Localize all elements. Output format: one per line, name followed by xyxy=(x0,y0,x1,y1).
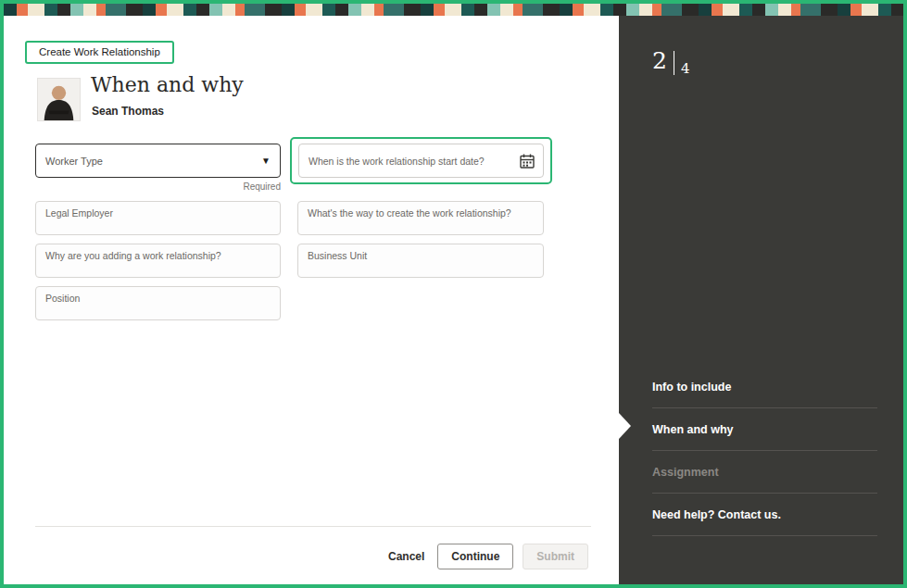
business-unit-field[interactable]: Business Unit xyxy=(297,244,544,278)
page-title: When and why xyxy=(91,73,244,96)
step-nav: Info to include When and why Assignment … xyxy=(652,366,877,536)
avatar xyxy=(37,78,81,121)
step-divider xyxy=(674,51,674,75)
main-content: Create Work Relationship When and why Se… xyxy=(4,16,619,584)
legal-employer-field[interactable]: Legal Employer xyxy=(35,201,281,235)
step-total: 4 xyxy=(681,62,690,76)
progress-sidebar: 2 4 Info to include When and why Assignm… xyxy=(619,16,903,584)
submit-button: Submit xyxy=(523,544,588,569)
decorative-banner xyxy=(4,4,903,16)
start-date-highlight xyxy=(290,137,552,184)
person-photo-icon xyxy=(38,79,80,120)
nav-item-info-to-include[interactable]: Info to include xyxy=(652,366,877,408)
footer-divider xyxy=(35,526,591,527)
current-step-arrow-icon xyxy=(619,413,631,439)
nav-item-when-and-why[interactable]: When and why xyxy=(652,408,877,451)
nav-item-need-help[interactable]: Need help? Contact us. xyxy=(652,494,877,536)
create-work-relationship-window: Create Work Relationship When and why Se… xyxy=(0,0,907,588)
person-name: Sean Thomas xyxy=(92,105,164,118)
worker-type-label: Worker Type xyxy=(45,156,261,167)
cancel-button[interactable]: Cancel xyxy=(384,544,428,569)
start-date-input[interactable] xyxy=(309,156,519,167)
required-note: Required xyxy=(35,181,281,192)
step-current: 2 xyxy=(652,47,667,75)
reason-field[interactable]: Why are you adding a work relationship? xyxy=(35,244,281,278)
start-date-field[interactable] xyxy=(298,144,544,178)
continue-button[interactable]: Continue xyxy=(437,544,513,569)
step-indicator: 2 4 xyxy=(652,47,689,76)
worker-type-select[interactable]: Worker Type ▼ xyxy=(35,144,281,178)
position-field[interactable]: Position xyxy=(35,286,281,320)
creation-way-field[interactable]: What's the way to create the work relati… xyxy=(297,201,544,235)
chevron-down-icon: ▼ xyxy=(261,156,271,166)
create-work-relationship-button[interactable]: Create Work Relationship xyxy=(25,41,174,64)
nav-item-assignment: Assignment xyxy=(652,451,877,494)
footer-actions: Cancel Continue Submit xyxy=(384,544,588,569)
calendar-icon[interactable] xyxy=(519,153,535,169)
